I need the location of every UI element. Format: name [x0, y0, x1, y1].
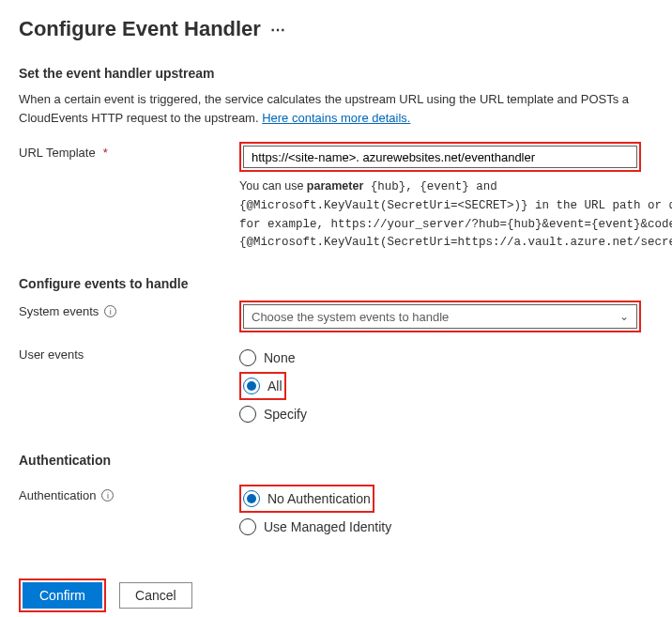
highlight-auth-none: No Authentication [239, 485, 374, 513]
confirm-button[interactable]: Confirm [23, 582, 102, 609]
user-events-specify[interactable]: Specify [239, 406, 653, 423]
section-events-heading: Configure events to handle [19, 276, 653, 291]
details-link[interactable]: Here contains more details. [262, 111, 410, 125]
section-auth-heading: Authentication [19, 453, 653, 468]
info-icon[interactable]: i [101, 489, 114, 501]
user-events-all[interactable]: All [243, 378, 283, 394]
highlight-url-template [239, 142, 641, 172]
url-template-input[interactable] [243, 146, 637, 168]
system-events-placeholder: Choose the system events to handle [252, 310, 449, 324]
highlight-user-events-all: All [239, 372, 286, 400]
auth-none[interactable]: No Authentication [243, 490, 371, 507]
info-icon[interactable]: i [104, 305, 116, 317]
section-upstream-heading: Set the event handler upstream [19, 66, 653, 81]
user-events-label: User events [19, 344, 239, 362]
url-template-label: URL Template* [19, 142, 239, 160]
system-events-select[interactable]: Choose the system events to handle ⌄ [243, 304, 637, 329]
user-events-none[interactable]: None [239, 349, 653, 366]
radio-icon [239, 518, 256, 535]
page-title: Configure Event Handler ⋯ [19, 17, 653, 41]
page-title-text: Configure Event Handler [19, 17, 261, 41]
highlight-confirm: Confirm [19, 578, 106, 612]
auth-managed[interactable]: Use Managed Identity [239, 518, 653, 535]
required-asterisk: * [103, 146, 108, 160]
chevron-down-icon: ⌄ [619, 310, 629, 323]
radio-icon [239, 406, 256, 423]
highlight-system-events: Choose the system events to handle ⌄ [239, 301, 641, 332]
auth-label: Authentication i [19, 485, 239, 502]
more-icon[interactable]: ⋯ [270, 21, 287, 39]
radio-selected-icon [243, 490, 260, 507]
upstream-description: When a certain event is triggered, the s… [19, 90, 653, 127]
url-template-helper: You can use parameter {hub}, {event} and… [239, 177, 672, 252]
cancel-button[interactable]: Cancel [119, 582, 192, 609]
system-events-label: System events i [19, 301, 239, 318]
radio-selected-icon [243, 378, 260, 394]
radio-icon [239, 349, 256, 366]
